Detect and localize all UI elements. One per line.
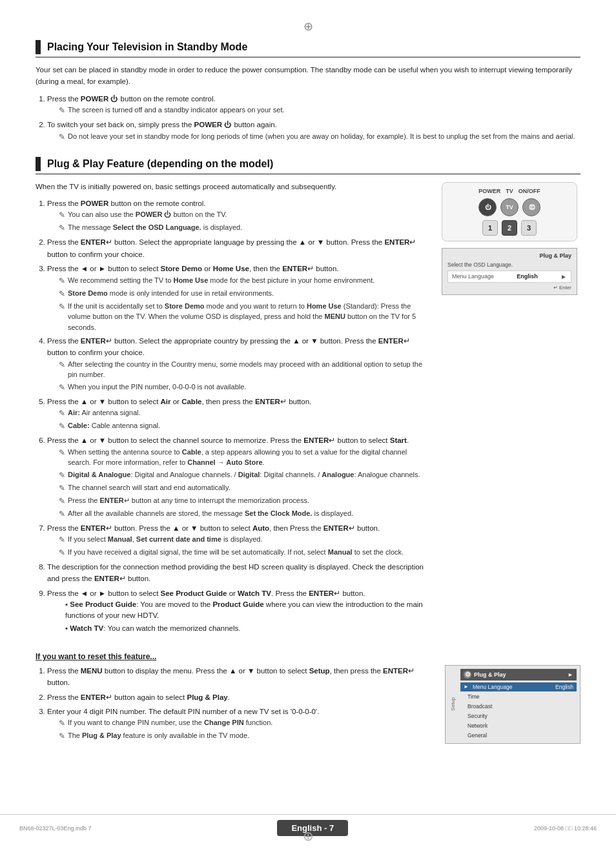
- plug-play-diagrams: POWER TV ON/OFF ⏻ TV ⏼ 1 2 3: [442, 182, 580, 295]
- note-icon: ✎: [59, 382, 65, 393]
- note-icon: ✎: [59, 288, 65, 300]
- plugplay-screen-box: Plug & Play Select the OSD Language. Men…: [442, 248, 577, 295]
- remote-buttons: ⏻ TV ⏼: [449, 198, 570, 216]
- setup-menu-item-3: Security: [460, 711, 577, 721]
- plugplay-step-5-note-1: ✎ Air: Air antenna signal.: [59, 407, 431, 419]
- note-icon: ✎: [59, 717, 65, 729]
- reset-step-2: Press the ENTER↵ button again to select …: [47, 691, 435, 703]
- section-standby-title: Placing Your Television in Standby Mode: [47, 41, 247, 53]
- menu-item-row-2: Broadcast: [467, 703, 573, 710]
- menu-item-label-4: Network: [467, 722, 488, 729]
- note-icon: ✎: [59, 469, 65, 481]
- menu-item-row-1: Time: [467, 693, 573, 700]
- setup-menu-arrow: ►: [568, 671, 573, 678]
- note-icon: ✎: [59, 209, 65, 221]
- setup-menu-item-5: General: [460, 731, 577, 740]
- note-icon: ✎: [59, 359, 65, 371]
- section-plugplay-title: Plug & Play Feature (depending on the mo…: [47, 158, 273, 170]
- section-reset: If you want to reset this feature... Pre…: [36, 652, 580, 746]
- standby-step-1: Press the POWER ⏻ button on the remote c…: [47, 93, 580, 116]
- plugplay-screen-title: Plug & Play: [447, 252, 571, 259]
- menu-item-label-2: Broadcast: [467, 703, 492, 710]
- plugplay-step-3-note-2: ✎ Store Demo mode is only intended for u…: [59, 288, 431, 300]
- remote-num-2: 2: [502, 220, 517, 236]
- plugplay-screen-subtitle: Select the OSD Language.: [447, 261, 571, 268]
- plugplay-screen-row: Menu Language English ►: [447, 271, 571, 283]
- tv-button-diagram: TV: [500, 198, 518, 216]
- remote-labels: POWER TV ON/OFF: [449, 188, 570, 194]
- plugplay-step-6-note-2: ✎ Digital & Analogue: Digital and Analog…: [59, 469, 431, 481]
- setup-menu-header: ⚙ Plug & Play ►: [460, 669, 577, 680]
- plugplay-step-6: Press the ▲ or ▼ button to select the ch…: [47, 435, 431, 519]
- remote-diagram: POWER TV ON/OFF ⏻ TV ⏼ 1 2 3: [442, 182, 577, 241]
- tv-label: TV: [506, 188, 513, 194]
- page: ⊕ Placing Your Television in Standby Mod…: [0, 0, 616, 849]
- plugplay-step-6-note-5: ✎ After all the available channels are s…: [59, 508, 431, 520]
- menu-item-row-3: Security: [467, 713, 573, 719]
- standby-step-2: To switch your set back on, simply press…: [47, 119, 580, 142]
- plugplay-step-8: The description for the connection metho…: [47, 561, 431, 585]
- plugplay-step-1-note-1: ✎ You can also use the POWER ⏻ button on…: [59, 209, 431, 221]
- setup-menu-item-2: Broadcast: [460, 702, 577, 711]
- note-icon: ✎: [59, 420, 65, 432]
- plugplay-step-6-note-3: ✎ The channel search will start and end …: [59, 482, 431, 494]
- note-icon: ✎: [59, 508, 65, 520]
- plugplay-steps-list: Press the POWER button on the remote con…: [47, 198, 431, 634]
- menu-item-label-0: Menu Language: [473, 684, 512, 690]
- setup-menu-content: ⚙ Plug & Play ► ► Menu Language English: [460, 669, 577, 740]
- footer-right: 2009-10-08 □□ 10:28:46: [534, 825, 597, 832]
- heading-bar: [36, 40, 41, 54]
- note-icon: ✎: [59, 534, 65, 546]
- plugplay-intro: When the TV is initially powered on, bas…: [36, 181, 431, 192]
- top-crosshair-icon: ⊕: [36, 19, 580, 34]
- plug-play-text: When the TV is initially powered on, bas…: [36, 181, 431, 638]
- note-icon: ✎: [59, 407, 65, 419]
- plugplay-step-7: Press the ENTER↵ button. Press the ▲ or …: [47, 522, 431, 558]
- remote-num-3: 3: [521, 220, 537, 236]
- plugplay-step-6-note-4: ✎ Press the ENTER↵ button at any time to…: [59, 495, 431, 507]
- setup-menu-item-1: Time: [460, 692, 577, 701]
- plugplay-step-3-note-3: ✎ If the unit is accidentally set to Sto…: [59, 301, 431, 333]
- plug-play-area: When the TV is initially powered on, bas…: [36, 181, 580, 638]
- plugplay-step-4-note-1: ✎ After selecting the country in the Cou…: [59, 359, 431, 380]
- plugplay-step-5: Press the ▲ or ▼ button to select Air or…: [47, 396, 431, 432]
- menu-item-row-0: Menu Language English: [473, 684, 573, 690]
- setup-menu-item-0: ► Menu Language English: [460, 682, 577, 691]
- note-icon: ✎: [59, 730, 65, 742]
- plugplay-step-9-bullet-1: See Product Guide: You are moved to the …: [65, 599, 431, 622]
- setup-menu-diagram: Setup ⚙ Plug & Play ► ► Menu Language E: [445, 665, 580, 744]
- section-standby-intro: Your set can be placed in standby mode i…: [36, 64, 580, 88]
- note-icon: ✎: [59, 547, 65, 558]
- note-icon: ✎: [59, 222, 65, 234]
- row-arrow-icon: ►: [560, 273, 567, 280]
- reset-area: Press the MENU button to display the men…: [36, 665, 580, 746]
- plugplay-step-5-note-2: ✎ Cable: Cable antenna signal.: [59, 420, 431, 432]
- enter-hint: ↵ Enter: [447, 285, 571, 291]
- plugplay-step-3: Press the ◄ or ► button to select Store …: [47, 263, 431, 332]
- reset-text: Press the MENU button to display the men…: [36, 665, 435, 746]
- power-label: POWER: [478, 188, 500, 194]
- plugplay-step-9-bullet-2: Watch TV: You can watch the memorized ch…: [65, 623, 431, 634]
- reset-step-3: Enter your 4 digit PIN number. The defau…: [47, 706, 435, 742]
- power-button-diagram: ⏻: [478, 198, 497, 216]
- plugplay-step-2: Press the ENTER↵ button. Select the appr…: [47, 236, 431, 260]
- menu-item-label-3: Security: [467, 713, 488, 719]
- reset-step-3-note-2: ✎ The Plug & Play feature is only availa…: [59, 730, 435, 742]
- note-icon: ✎: [59, 275, 65, 287]
- note-icon: ✎: [59, 131, 65, 143]
- setup-menu-header-label: Plug & Play: [474, 671, 506, 678]
- menu-item-row-5: General: [467, 732, 573, 739]
- plugplay-step-7-note-2: ✎ If you have received a digital signal,…: [59, 547, 431, 558]
- menu-item-value-0: English: [555, 684, 573, 690]
- reset-heading: If you want to reset this feature...: [36, 652, 580, 661]
- menu-item-label-5: General: [467, 732, 487, 739]
- setup-icon: ⚙: [464, 671, 471, 679]
- plugplay-step-6-note-1: ✎ When setting the antenna source to Cab…: [59, 447, 431, 468]
- plugplay-step-4: Press the ENTER↵ button. Select the appr…: [47, 335, 431, 393]
- standby-step-1-note-1: ✎ The screen is turned off and a standby…: [59, 105, 580, 116]
- setup-side-label: Setup: [449, 669, 459, 740]
- note-icon: ✎: [59, 482, 65, 494]
- onoff-button-diagram: ⏼: [522, 198, 540, 216]
- heading-bar-2: [36, 157, 41, 171]
- plugplay-step-7-note-1: ✎ If you select Manual, Set current date…: [59, 534, 431, 546]
